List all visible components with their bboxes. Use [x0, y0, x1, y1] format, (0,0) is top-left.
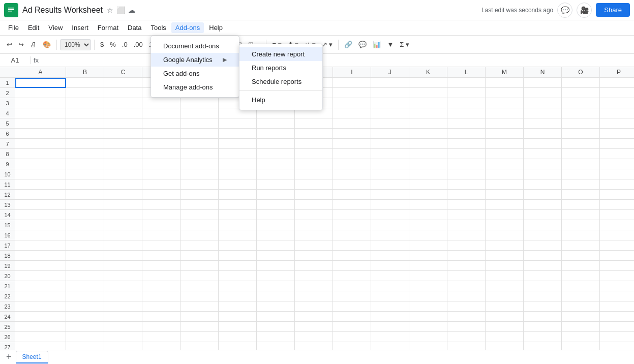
undo-btn[interactable]: ↩: [4, 39, 15, 50]
cell-C17[interactable]: [104, 240, 142, 251]
cell-B10[interactable]: [66, 169, 104, 179]
cell-J11[interactable]: [371, 179, 409, 190]
cell-M8[interactable]: [486, 149, 524, 159]
chart-btn[interactable]: 📊: [370, 39, 383, 50]
cell-K10[interactable]: [409, 169, 447, 179]
cell-P19[interactable]: [600, 261, 634, 271]
cell-D12[interactable]: [142, 190, 180, 200]
cell-I17[interactable]: [333, 240, 371, 251]
cell-K5[interactable]: [409, 118, 447, 129]
cell-C6[interactable]: [104, 129, 142, 139]
cell-B5[interactable]: [66, 118, 104, 129]
cell-C7[interactable]: [104, 139, 142, 149]
cell-L21[interactable]: [447, 281, 486, 291]
addons-document-item[interactable]: Document add-ons: [151, 39, 239, 53]
cell-G26[interactable]: [257, 332, 295, 342]
cell-J14[interactable]: [371, 210, 409, 220]
cell-H19[interactable]: [295, 261, 333, 271]
cell-F9[interactable]: [219, 159, 257, 169]
decimal-increase-btn[interactable]: .00: [131, 39, 145, 50]
cell-K27[interactable]: [409, 342, 447, 350]
cell-O24[interactable]: [562, 312, 600, 322]
addons-manage-item[interactable]: Manage add-ons: [151, 80, 239, 94]
cell-J4[interactable]: [371, 108, 409, 118]
col-header-A[interactable]: A: [15, 67, 66, 77]
cell-K20[interactable]: [409, 271, 447, 281]
cell-L18[interactable]: [447, 251, 486, 261]
cell-N13[interactable]: [524, 200, 562, 210]
cell-L23[interactable]: [447, 301, 486, 312]
cell-B27[interactable]: [66, 342, 104, 350]
cell-D20[interactable]: [142, 271, 180, 281]
cell-D4[interactable]: [142, 108, 180, 118]
cell-H26[interactable]: [295, 332, 333, 342]
cell-E11[interactable]: [180, 179, 219, 190]
cell-F5[interactable]: [219, 118, 257, 129]
cell-O13[interactable]: [562, 200, 600, 210]
cell-K9[interactable]: [409, 159, 447, 169]
zoom-select[interactable]: 100% 75% 125% 150% 200%: [60, 39, 91, 50]
cell-N4[interactable]: [524, 108, 562, 118]
cell-M19[interactable]: [486, 261, 524, 271]
cell-M13[interactable]: [486, 200, 524, 210]
cell-P5[interactable]: [600, 118, 634, 129]
comment-btn[interactable]: 💬: [356, 39, 369, 50]
cell-J8[interactable]: [371, 149, 409, 159]
cell-F7[interactable]: [219, 139, 257, 149]
cell-M27[interactable]: [486, 342, 524, 350]
cell-I20[interactable]: [333, 271, 371, 281]
cell-N18[interactable]: [524, 251, 562, 261]
sheet-tab-sheet1[interactable]: Sheet1: [16, 351, 48, 363]
cell-I9[interactable]: [333, 159, 371, 169]
cell-N26[interactable]: [524, 332, 562, 342]
cell-L11[interactable]: [447, 179, 486, 190]
cell-L24[interactable]: [447, 312, 486, 322]
cell-M2[interactable]: [486, 88, 524, 98]
cell-G21[interactable]: [257, 281, 295, 291]
cell-A14[interactable]: [15, 210, 66, 220]
cell-E23[interactable]: [180, 301, 219, 312]
cell-C20[interactable]: [104, 271, 142, 281]
cell-K11[interactable]: [409, 179, 447, 190]
cell-H6[interactable]: [295, 129, 333, 139]
cell-A9[interactable]: [15, 159, 66, 169]
cell-J18[interactable]: [371, 251, 409, 261]
cell-C13[interactable]: [104, 200, 142, 210]
cell-C1[interactable]: [104, 78, 142, 88]
cell-L27[interactable]: [447, 342, 486, 350]
cell-F11[interactable]: [219, 179, 257, 190]
cell-H17[interactable]: [295, 240, 333, 251]
cell-E9[interactable]: [180, 159, 219, 169]
cell-I16[interactable]: [333, 230, 371, 240]
cell-L25[interactable]: [447, 322, 486, 332]
cell-H16[interactable]: [295, 230, 333, 240]
cell-M5[interactable]: [486, 118, 524, 129]
cell-M9[interactable]: [486, 159, 524, 169]
cell-G16[interactable]: [257, 230, 295, 240]
comments-icon[interactable]: 💬: [557, 3, 572, 18]
cell-G25[interactable]: [257, 322, 295, 332]
cell-O4[interactable]: [562, 108, 600, 118]
cell-I23[interactable]: [333, 301, 371, 312]
cell-J24[interactable]: [371, 312, 409, 322]
cell-J10[interactable]: [371, 169, 409, 179]
cell-C4[interactable]: [104, 108, 142, 118]
addons-analytics-item[interactable]: Google Analytics ▶: [151, 53, 239, 67]
cell-M4[interactable]: [486, 108, 524, 118]
cell-P27[interactable]: [600, 342, 634, 350]
cell-C22[interactable]: [104, 291, 142, 301]
cell-P18[interactable]: [600, 251, 634, 261]
cell-J7[interactable]: [371, 139, 409, 149]
cell-N6[interactable]: [524, 129, 562, 139]
cell-A6[interactable]: [15, 129, 66, 139]
cell-I2[interactable]: [333, 88, 371, 98]
cell-O15[interactable]: [562, 220, 600, 230]
cell-E13[interactable]: [180, 200, 219, 210]
col-header-L[interactable]: L: [447, 67, 486, 77]
cell-P9[interactable]: [600, 159, 634, 169]
cell-L1[interactable]: [447, 78, 486, 88]
cell-O12[interactable]: [562, 190, 600, 200]
cell-A25[interactable]: [15, 322, 66, 332]
cell-A24[interactable]: [15, 312, 66, 322]
functions-btn[interactable]: Σ ▾: [397, 39, 412, 50]
